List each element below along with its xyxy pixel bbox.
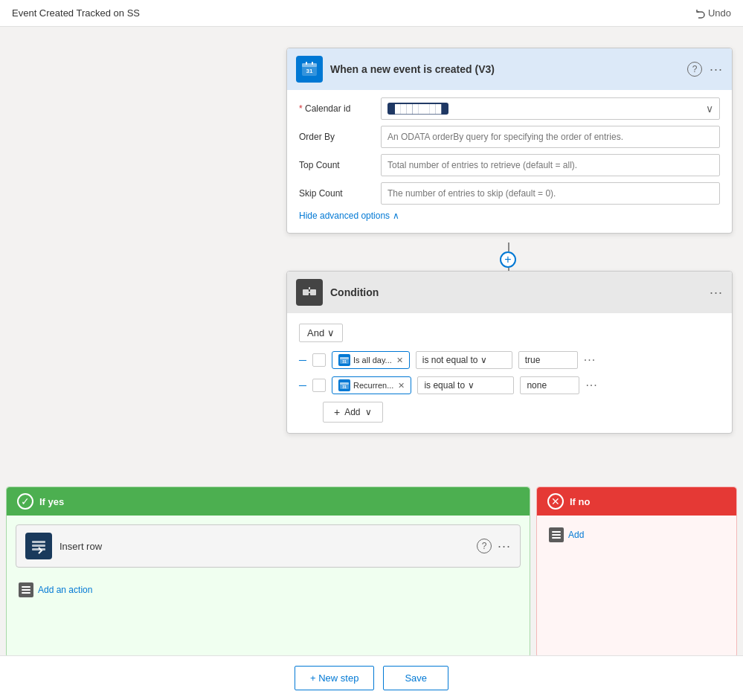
condition-pill-close-2[interactable]: ✕: [398, 381, 405, 391]
add-action-icon: [19, 582, 33, 597]
branch-no-icon: ✕: [547, 493, 564, 510]
branch-yes: ✓ If yes Insert row ? ···: [6, 487, 530, 658]
svg-rect-21: [552, 531, 561, 533]
condition-value-1[interactable]: true: [518, 351, 578, 369]
condition-operator-label-2: is equal to: [424, 380, 465, 391]
condition-operator-1[interactable]: is not equal to ∨: [416, 351, 512, 369]
undo-icon: [695, 8, 705, 19]
condition-header: Condition ···: [287, 272, 732, 313]
branch-no-label: If no: [570, 496, 590, 507]
branch-no-header: ✕ If no: [537, 487, 736, 516]
trigger-card: 31 When a new event is created (V3) ? ··…: [286, 48, 733, 234]
svg-text:31: 31: [342, 385, 347, 389]
svg-rect-20: [22, 592, 30, 594]
condition-pill-close-1[interactable]: ✕: [396, 356, 403, 365]
condition-row-more-2[interactable]: ···: [585, 379, 597, 392]
add-condition-button[interactable]: + Add ∨: [323, 402, 383, 423]
branch-yes-icon: ✓: [17, 493, 33, 510]
condition-row-more-1[interactable]: ···: [584, 353, 596, 367]
add-action-no[interactable]: Add: [537, 516, 736, 554]
insert-row-actions: ? ···: [477, 539, 511, 554]
condition-card: Condition ··· And ∨ ─: [286, 271, 733, 434]
hide-advanced-label: Hide advanced options: [299, 211, 390, 221]
undo-label: Undo: [708, 7, 731, 19]
undo-button[interactable]: Undo: [695, 7, 731, 19]
calendar-id-label: Calendar id: [299, 103, 373, 114]
svg-rect-1: [302, 63, 317, 67]
condition-branch-line-2: ─: [299, 379, 306, 391]
add-action-no-label: Add: [568, 530, 584, 540]
condition-pill-icon-1: 31: [338, 354, 350, 366]
add-action-no-icon: [549, 527, 564, 542]
svg-rect-4: [312, 62, 313, 65]
condition-title: Condition: [330, 286, 702, 298]
insert-row-help-icon[interactable]: ?: [477, 539, 492, 553]
field-row-calendar-id: Calendar id ████████ ∨: [299, 97, 720, 120]
condition-checkbox-1[interactable]: [312, 353, 326, 367]
and-or-button[interactable]: And ∨: [299, 324, 343, 342]
insert-row-title: Insert row: [59, 541, 469, 552]
order-by-input[interactable]: [381, 126, 720, 148]
svg-text:31: 31: [306, 68, 313, 74]
svg-rect-18: [22, 586, 30, 588]
svg-text:31: 31: [342, 359, 347, 364]
condition-more-icon[interactable]: ···: [710, 285, 723, 301]
add-action-link[interactable]: Add an action: [7, 577, 530, 603]
top-count-input[interactable]: [381, 154, 720, 176]
svg-rect-19: [22, 589, 30, 591]
hide-advanced-chevron: ∧: [393, 211, 399, 221]
hide-advanced-options[interactable]: Hide advanced options ∧: [299, 211, 720, 221]
skip-count-label: Skip Count: [299, 188, 373, 199]
condition-operator-chevron-1: ∨: [480, 355, 487, 365]
svg-rect-3: [306, 62, 307, 65]
insert-row-more-icon[interactable]: ···: [498, 539, 511, 554]
skip-count-input[interactable]: [381, 182, 720, 205]
field-row-top-count: Top Count: [299, 154, 720, 176]
order-by-label: Order By: [299, 132, 373, 142]
svg-rect-5: [303, 289, 309, 295]
trigger-body: Calendar id ████████ ∨ Order By Top Coun…: [287, 90, 732, 233]
add-label: Add: [344, 407, 360, 417]
condition-operator-label-1: is not equal to: [422, 355, 478, 365]
save-label: Save: [405, 672, 427, 684]
svg-rect-15: [32, 541, 45, 543]
svg-rect-17: [32, 548, 45, 550]
branch-yes-header: ✓ If yes: [7, 487, 530, 516]
add-step-button[interactable]: +: [500, 251, 516, 268]
bottom-toolbar: + New step Save: [0, 655, 743, 700]
canvas: 31 When a new event is created (V3) ? ··…: [0, 27, 743, 700]
condition-icon: [296, 279, 323, 306]
trigger-icon: 31: [296, 56, 323, 83]
and-or-chevron: ∨: [327, 327, 335, 338]
svg-rect-23: [552, 537, 561, 539]
branches-container: ✓ If yes Insert row ? ···: [6, 487, 737, 658]
svg-rect-22: [552, 534, 561, 536]
new-step-label: + New step: [310, 672, 358, 684]
condition-pill-1[interactable]: 31 Is all day... ✕: [332, 351, 410, 369]
calendar-id-select[interactable]: ████████ ∨: [381, 97, 720, 120]
trigger-header: 31 When a new event is created (V3) ? ··…: [287, 48, 732, 90]
field-row-skip-count: Skip Count: [299, 182, 720, 205]
and-or-label: And: [307, 327, 324, 338]
condition-value-2[interactable]: none: [520, 376, 579, 394]
top-bar: Event Created Tracked on SS Undo: [0, 0, 743, 27]
calendar-id-value: ████████: [387, 103, 448, 115]
condition-pill-icon-2: 31: [338, 379, 350, 391]
add-action-label: Add an action: [38, 585, 92, 595]
add-chevron: ∨: [365, 407, 372, 417]
condition-checkbox-2[interactable]: [312, 379, 326, 392]
trigger-header-actions: ? ···: [687, 62, 723, 77]
save-button[interactable]: Save: [383, 666, 448, 690]
svg-rect-16: [32, 545, 45, 547]
branch-yes-label: If yes: [39, 496, 64, 507]
condition-operator-2[interactable]: is equal to ∨: [417, 376, 514, 394]
condition-row-1: ─ 31 Is all day... ✕ is not equal to: [299, 351, 720, 369]
branch-no: ✕ If no Add: [536, 487, 737, 658]
trigger-help-icon[interactable]: ?: [687, 62, 702, 77]
trigger-more-icon[interactable]: ···: [710, 62, 723, 77]
svg-rect-6: [310, 289, 316, 295]
add-icon: +: [334, 406, 340, 418]
condition-row-2: ─ 31 Recurren... ✕ is equal to: [299, 376, 720, 394]
condition-pill-2[interactable]: 31 Recurren... ✕: [332, 376, 411, 394]
new-step-button[interactable]: + New step: [295, 666, 374, 690]
